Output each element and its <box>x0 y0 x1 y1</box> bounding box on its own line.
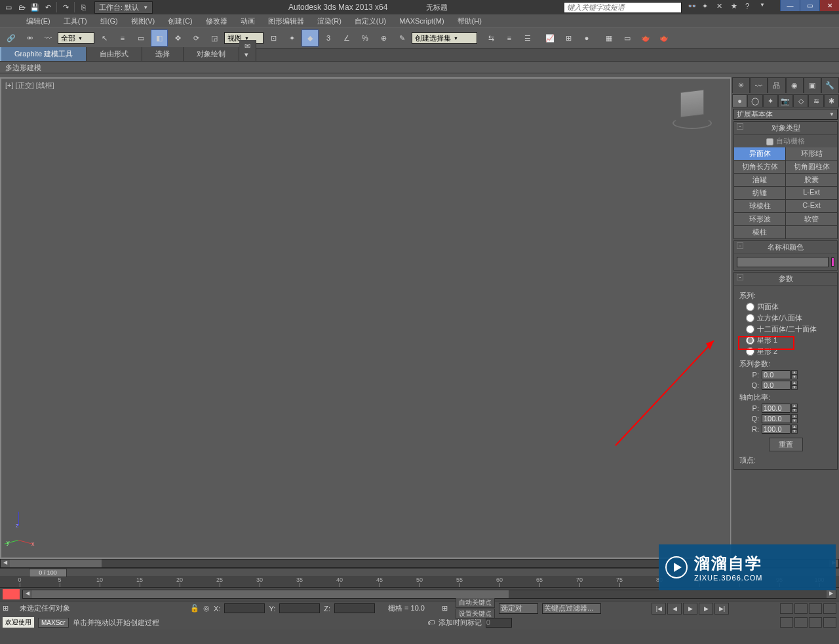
nav-zoom-icon[interactable] <box>794 603 808 614</box>
nav-walk-icon[interactable] <box>794 617 808 628</box>
cmdtab-modify-icon[interactable]: 〰 <box>750 77 768 93</box>
obj-torusknot[interactable]: 环形结 <box>786 147 837 160</box>
obj-lext[interactable]: L-Ext <box>786 187 837 199</box>
ribbon-subpanel-label[interactable]: 多边形建模 <box>0 62 839 73</box>
tool-rect-icon[interactable]: ▭ <box>132 29 149 47</box>
viewport-label[interactable]: [+] [正交] [线框] <box>5 81 54 90</box>
tool-select-icon[interactable]: ↖ <box>96 29 113 47</box>
menu-edit[interactable]: 编辑(E) <box>20 15 57 28</box>
obj-chamferbox[interactable]: 切角长方体 <box>734 161 785 173</box>
obj-prism[interactable]: 棱柱 <box>734 226 785 238</box>
cmdtab-create-icon[interactable]: ✳ <box>732 77 750 93</box>
obj-spindle[interactable]: 纺锤 <box>734 187 785 199</box>
menu-graph[interactable]: 图形编辑器 <box>262 15 311 28</box>
q2-spinner[interactable]: ▲▼ <box>762 414 798 423</box>
object-name-input[interactable] <box>737 257 829 267</box>
tool-pivot-icon[interactable]: ⊡ <box>265 29 282 47</box>
cat-spacewarps-icon[interactable]: ≋ <box>808 94 823 107</box>
named-selection-dropdown[interactable]: 创建选择集▼ <box>412 32 477 44</box>
tool-curve-editor-icon[interactable]: 📈 <box>541 29 558 47</box>
nav-zoomext-icon[interactable] <box>809 603 822 614</box>
cat-lights-icon[interactable]: ✦ <box>763 94 778 107</box>
r-spinner[interactable]: ▲▼ <box>762 425 798 434</box>
cmdtab-hierarchy-icon[interactable]: 品 <box>768 77 785 93</box>
tool-render-frame-icon[interactable]: ▭ <box>619 29 636 47</box>
menu-help[interactable]: 帮助(H) <box>451 15 488 28</box>
help-icon[interactable]: ? <box>745 2 756 12</box>
tool-link-icon[interactable]: 🔗 <box>3 29 20 47</box>
nav-fov-icon[interactable] <box>823 603 836 614</box>
prompt-icon[interactable]: ⊞ <box>442 604 448 613</box>
qat-new-icon[interactable]: ▭ <box>3 1 14 13</box>
tool-material-icon[interactable]: ● <box>578 29 595 47</box>
coord-y-input[interactable] <box>279 603 320 613</box>
coord-x-input[interactable] <box>224 603 265 613</box>
menu-maxscript[interactable]: MAXScript(M) <box>393 16 450 26</box>
coord-z-input[interactable] <box>334 603 375 613</box>
tool-angle-snap-icon[interactable]: ∠ <box>338 29 355 47</box>
cat-systems-icon[interactable]: ✱ <box>824 94 839 107</box>
ribbon-overflow-icon[interactable]: ✉ ▾ <box>239 40 256 61</box>
track-key-marker[interactable] <box>3 589 20 599</box>
obj-chamfercyl[interactable]: 切角圆柱体 <box>786 161 837 173</box>
search-input[interactable] <box>564 2 682 13</box>
goto-start-icon[interactable]: |◀ <box>652 603 666 615</box>
cat-cameras-icon[interactable]: 📷 <box>778 94 793 107</box>
minimize-button[interactable]: — <box>780 0 800 11</box>
rollout-parameters[interactable]: -参数 <box>734 273 837 286</box>
star-icon[interactable]: ★ <box>731 2 741 12</box>
tool-snap3-icon[interactable]: 3 <box>320 29 337 47</box>
family-star2[interactable]: 星形 2 <box>746 347 832 356</box>
tool-layers-icon[interactable]: ☰ <box>519 29 536 47</box>
obj-cext[interactable]: C-Ext <box>786 200 837 212</box>
qat-undo-icon[interactable]: ↶ <box>42 1 54 13</box>
tool-rotate-icon[interactable]: ⟳ <box>187 29 205 47</box>
tool-snap-icon[interactable]: ◆ <box>302 29 319 47</box>
cat-geometry-icon[interactable]: ● <box>732 94 747 107</box>
nav-other-icon[interactable] <box>823 617 836 628</box>
menu-view[interactable]: 视图(V) <box>125 15 162 28</box>
exchange-icon[interactable]: ✕ <box>716 2 727 12</box>
family-tetra[interactable]: 四面体 <box>746 302 832 312</box>
maximize-button[interactable]: ▭ <box>800 0 819 11</box>
chevron-down-icon[interactable]: ▼ <box>760 2 770 12</box>
nav-max-icon[interactable] <box>809 617 822 628</box>
rollout-object-type[interactable]: -对象类型 <box>734 122 837 135</box>
tool-named-sel-edit-icon[interactable]: ✎ <box>393 29 410 47</box>
tool-align-icon[interactable]: ≡ <box>501 29 518 47</box>
tool-move-icon[interactable]: ✥ <box>169 29 186 47</box>
lock-icon[interactable]: ⊞ <box>3 604 12 613</box>
add-time-tag[interactable]: 添加时间标记 <box>439 618 482 628</box>
binoculars-icon[interactable]: 👓 <box>688 2 698 12</box>
goto-end-icon[interactable]: ▶| <box>714 603 729 615</box>
cmdtab-motion-icon[interactable]: ◉ <box>786 77 804 93</box>
q-spinner[interactable]: ▲▼ <box>762 381 798 390</box>
qat-link-icon[interactable]: ⎘ <box>77 1 89 13</box>
rollout-name-color[interactable]: -名称和颜色 <box>734 241 837 254</box>
ribbon-tab-graphite[interactable]: Graphite 建模工具 <box>0 47 87 61</box>
tool-render-prod-icon[interactable]: 🫖 <box>655 29 673 47</box>
tool-select-name-icon[interactable]: ≡ <box>114 29 131 47</box>
auto-key-button[interactable]: 自动关键点 <box>456 597 495 608</box>
track-scrollbar[interactable]: ◀▶ <box>22 590 836 599</box>
obj-oiltank[interactable]: 油罐 <box>734 174 785 186</box>
tool-bind-icon[interactable]: 〰 <box>39 29 56 47</box>
cmdtab-display-icon[interactable]: ▣ <box>804 77 821 93</box>
cat-shapes-icon[interactable]: ◯ <box>747 94 762 107</box>
time-tag-icon[interactable]: 🏷 <box>427 618 435 626</box>
selection-filter-combo[interactable]: 选定对 <box>499 603 538 614</box>
tool-manip-icon[interactable]: ✦ <box>283 29 300 47</box>
qat-open-icon[interactable]: 🗁 <box>16 1 28 13</box>
menu-create[interactable]: 创建(C) <box>161 15 199 28</box>
tool-schematic-icon[interactable]: ⊞ <box>560 29 577 47</box>
ribbon-tab-selection[interactable]: 选择 <box>142 47 184 61</box>
obj-gengon[interactable]: 球棱柱 <box>734 200 785 212</box>
family-cube-octa[interactable]: 立方体/八面体 <box>746 313 832 323</box>
close-button[interactable]: ✕ <box>819 0 839 11</box>
qat-redo-icon[interactable]: ↷ <box>60 1 71 13</box>
p-spinner[interactable]: ▲▼ <box>762 370 798 379</box>
cmdtab-utilities-icon[interactable]: 🔧 <box>821 77 839 93</box>
viewcube[interactable] <box>674 90 711 127</box>
next-frame-icon[interactable]: ▶ <box>699 603 713 615</box>
ribbon-tab-paint[interactable]: 对象绘制 <box>184 47 239 61</box>
